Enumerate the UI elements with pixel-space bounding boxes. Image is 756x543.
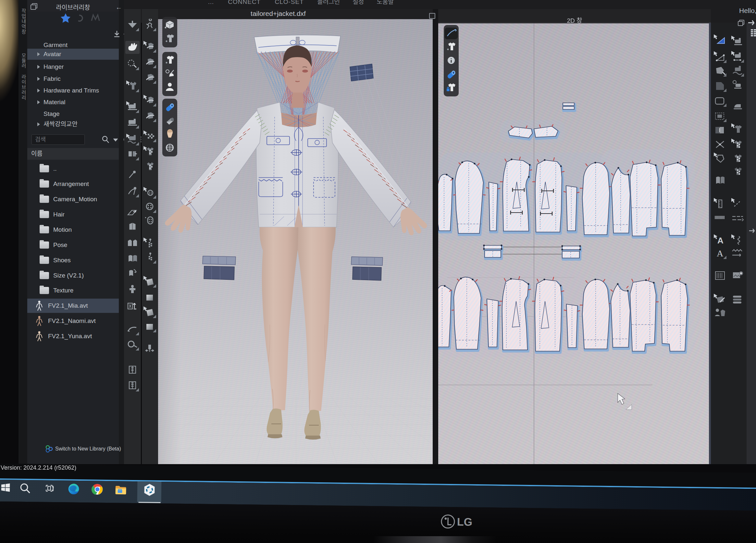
svg-text:A: A xyxy=(717,248,724,258)
svg-text:A: A xyxy=(717,236,724,245)
svg-text:LG: LG xyxy=(457,515,473,528)
